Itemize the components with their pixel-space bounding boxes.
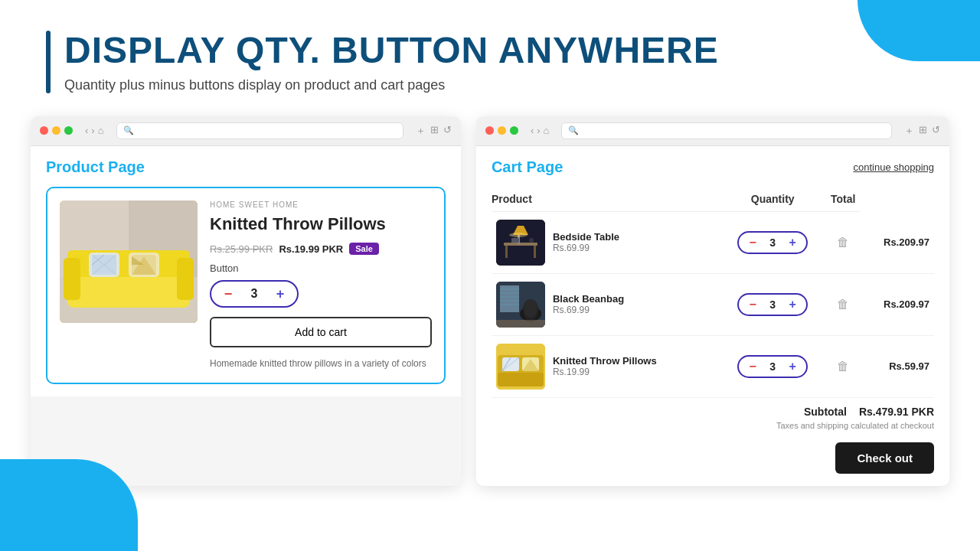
cart-product-info-3: Knitted Throw Pillows Rs.19.99 (553, 355, 657, 377)
nav-forward-icon[interactable]: › (91, 125, 94, 136)
svg-point-24 (529, 238, 534, 243)
add-tab-icon-cart[interactable]: ＋ (904, 124, 914, 138)
browser-dots-cart (485, 126, 518, 135)
cart-qty-plus-3[interactable]: + (785, 359, 800, 374)
cart-table: Product Quantity Total (492, 187, 934, 398)
cart-product-price-1: Rs.69.99 (553, 243, 619, 253)
svg-rect-17 (504, 243, 537, 246)
nav-back-icon[interactable]: ‹ (85, 125, 88, 136)
browser-actions-cart: ＋ ⊞ ↺ (904, 124, 940, 138)
product-description: Homemade knitted throw pillows in a vari… (210, 357, 432, 370)
cart-qty-stepper-1: − 3 + (737, 231, 808, 254)
nav-home-icon-cart[interactable]: ⌂ (544, 125, 550, 136)
product-card: HOME SWEET HOME Knitted Throw Pillows Rs… (46, 187, 446, 385)
col-header-total: Total (826, 187, 860, 212)
svg-point-22 (509, 233, 528, 237)
cart-delete-cell-1: 🗑 (826, 211, 860, 273)
cart-delete-icon-3[interactable]: 🗑 (831, 360, 855, 373)
product-qty-stepper: − 3 + (210, 280, 299, 308)
nav-home-icon[interactable]: ⌂ (98, 125, 104, 136)
cart-product-cell-2: Black Beanbag Rs.69.99 (492, 273, 720, 335)
product-qty-plus-button[interactable]: + (271, 285, 289, 303)
cart-product-img-2 (496, 282, 545, 328)
cart-page-browser: ‹ › ⌂ 🔍 ＋ ⊞ ↺ Cart Page continue shoppin… (476, 116, 949, 486)
svg-rect-6 (177, 258, 194, 300)
header-left-bar (46, 31, 51, 93)
svg-point-34 (524, 299, 537, 318)
cart-row-2: Black Beanbag Rs.69.99 − 3 + (492, 273, 934, 335)
product-image (60, 201, 198, 323)
checkout-button[interactable]: Check out (835, 442, 934, 474)
cart-product-info-2: Black Beanbag Rs.69.99 (553, 293, 624, 315)
cart-qty-plus-2[interactable]: + (785, 297, 800, 312)
col-header-product: Product (492, 187, 720, 212)
cart-subtotal-section: Subtotal Rs.479.91 PKR Taxes and shippin… (492, 398, 934, 433)
product-page-content: Product Page (31, 146, 461, 397)
product-details: HOME SWEET HOME Knitted Throw Pillows Rs… (210, 201, 432, 371)
product-brand: HOME SWEET HOME (210, 201, 432, 209)
browser-dot-red-cart[interactable] (485, 126, 494, 135)
cart-product-cell-3: Knitted Throw Pillows Rs.19.99 (492, 335, 720, 397)
browser-nav-cart: ‹ › ⌂ (531, 125, 550, 136)
cart-total-cell-3: Rs.59.97 (860, 335, 934, 397)
cart-product-name-2: Black Beanbag (553, 293, 624, 305)
cart-delete-icon-1[interactable]: 🗑 (831, 236, 855, 249)
price-row: Rs.25.99 PKR Rs.19.99 PKR Sale (210, 243, 432, 255)
refresh-icon-cart[interactable]: ↺ (932, 124, 940, 138)
cart-qty-minus-1[interactable]: − (745, 235, 760, 250)
cart-product-name-1: Bedside Table (553, 231, 619, 243)
browser-dot-red[interactable] (40, 126, 48, 135)
cart-qty-value-2: 3 (766, 298, 779, 311)
cart-qty-plus-1[interactable]: + (785, 235, 800, 250)
button-label: Button (210, 262, 432, 274)
product-qty-minus-button[interactable]: − (219, 285, 237, 303)
browser-toolbar-product: ‹ › ⌂ 🔍 ＋ ⊞ ↺ (31, 116, 461, 146)
cart-qty-cell-2: − 3 + (719, 273, 826, 335)
browser-dot-green-cart[interactable] (510, 126, 518, 135)
browser-address-bar-product[interactable]: 🔍 (116, 122, 403, 139)
cart-qty-minus-3[interactable]: − (745, 359, 760, 374)
cart-product-price-2: Rs.69.99 (553, 305, 624, 315)
product-page-title: Product Page (46, 158, 446, 176)
add-to-cart-button[interactable]: Add to cart (210, 317, 432, 347)
cart-product-img-3 (496, 344, 545, 390)
cart-qty-cell-1: − 3 + (719, 211, 826, 273)
subtotal-label: Subtotal (804, 406, 847, 418)
browser-dot-green[interactable] (64, 126, 73, 135)
continue-shopping-link[interactable]: continue shopping (853, 161, 934, 173)
browser-menu-icon[interactable]: ⊞ (430, 124, 439, 138)
page-header: DISPLAY QTY. BUTTON ANYWHERE Quantity pl… (0, 0, 980, 109)
nav-forward-icon-cart[interactable]: › (537, 125, 540, 136)
svg-rect-18 (505, 246, 508, 258)
svg-rect-23 (511, 238, 519, 243)
main-content: ‹ › ⌂ 🔍 ＋ ⊞ ↺ Product Page (0, 116, 980, 486)
cart-page-title: Cart Page (492, 158, 563, 176)
page-subheading: Quantity plus minus buttons display on p… (64, 77, 719, 93)
cart-delete-cell-3: 🗑 (826, 335, 860, 397)
product-qty-value: 3 (247, 287, 262, 301)
cart-product-info-1: Bedside Table Rs.69.99 (553, 231, 619, 253)
browser-address-bar-cart[interactable]: 🔍 (561, 122, 892, 139)
subtotal-value: Rs.479.91 PKR (859, 406, 934, 418)
browser-dot-yellow-cart[interactable] (498, 126, 506, 135)
cart-product-name-3: Knitted Throw Pillows (553, 355, 657, 367)
nav-back-icon-cart[interactable]: ‹ (531, 125, 534, 136)
cart-row-1: Bedside Table Rs.69.99 − 3 + (492, 211, 934, 273)
browser-actions-product: ＋ ⊞ ↺ (416, 124, 452, 138)
original-price: Rs.25.99 PKR (210, 243, 273, 255)
refresh-icon[interactable]: ↺ (443, 124, 452, 138)
cart-delete-cell-2: 🗑 (826, 273, 860, 335)
search-icon-cart: 🔍 (568, 126, 579, 135)
add-tab-icon[interactable]: ＋ (416, 124, 426, 138)
cart-qty-minus-2[interactable]: − (745, 297, 760, 312)
header-text-block: DISPLAY QTY. BUTTON ANYWHERE Quantity pl… (64, 31, 719, 93)
cart-product-price-3: Rs.19.99 (553, 367, 657, 377)
browser-menu-icon-cart[interactable]: ⊞ (919, 124, 927, 138)
page-heading: DISPLAY QTY. BUTTON ANYWHERE (64, 31, 719, 71)
sale-badge: Sale (349, 243, 379, 255)
cart-delete-icon-2[interactable]: 🗑 (831, 298, 855, 311)
col-header-quantity: Quantity (719, 187, 826, 212)
browser-nav-product: ‹ › ⌂ (85, 125, 104, 136)
cart-total-cell-2: Rs.209.97 (860, 273, 934, 335)
browser-dot-yellow[interactable] (52, 126, 60, 135)
